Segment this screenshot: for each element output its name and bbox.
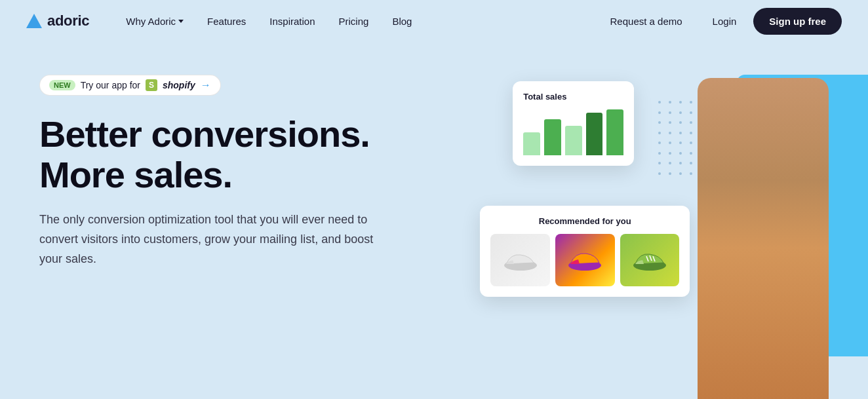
logo-text: adoric — [47, 12, 89, 29]
arrow-icon: → — [201, 79, 211, 91]
nav-features[interactable]: Features — [197, 10, 256, 32]
nav-why-adoric[interactable]: Why Adoric — [115, 10, 194, 32]
nav-links: Why Adoric Features Inspiration Pricing … — [115, 10, 597, 32]
recommended-card: Recommended for you — [480, 206, 690, 297]
request-demo-button[interactable]: Request a demo — [597, 9, 696, 33]
shoe-color-icon — [565, 247, 604, 273]
person-illustration — [671, 62, 842, 399]
chevron-down-icon — [178, 20, 184, 23]
nav-blog[interactable]: Blog — [382, 10, 422, 32]
bar-3 — [565, 126, 582, 155]
nav-pricing[interactable]: Pricing — [328, 10, 380, 32]
hero-right: (function(){ var container = document.qu… — [473, 62, 829, 399]
badge-new-label: NEW — [49, 80, 75, 90]
bar-2 — [544, 119, 561, 155]
product-item-2 — [555, 234, 615, 286]
login-button[interactable]: Login — [701, 9, 749, 33]
hero-section: NEW Try our app for S shopify → Better c… — [0, 42, 868, 399]
badge-text: Try our app for — [81, 80, 140, 90]
product-item-1 — [490, 234, 550, 286]
hero-title: Better conversions. More sales. — [39, 114, 473, 195]
person-body — [698, 78, 829, 399]
navbar: adoric Why Adoric Features Inspiration P… — [0, 0, 868, 42]
product-item-3 — [620, 234, 680, 286]
hero-left: NEW Try our app for S shopify → Better c… — [39, 62, 473, 269]
logo[interactable]: adoric — [26, 12, 89, 29]
total-sales-card: Total sales — [513, 81, 634, 166]
bar-4 — [586, 113, 603, 155]
nav-inspiration[interactable]: Inspiration — [259, 10, 325, 32]
hero-title-line2: More sales. — [39, 154, 232, 195]
bar-5 — [606, 109, 623, 155]
nav-right: Request a demo Login Sign up free — [597, 8, 842, 35]
signup-button[interactable]: Sign up free — [753, 8, 842, 35]
hero-subtitle: The only conversion optimization tool th… — [39, 210, 380, 269]
shopify-brand-name: shopify — [163, 80, 195, 90]
bar-1 — [523, 132, 540, 155]
logo-icon — [26, 14, 42, 28]
shoe-white-icon — [501, 247, 540, 273]
bar-chart — [523, 109, 623, 155]
shopify-logo-icon: S — [146, 79, 157, 91]
product-grid — [490, 234, 679, 286]
hero-title-line1: Better conversions. — [39, 113, 370, 155]
shopify-badge[interactable]: NEW Try our app for S shopify → — [39, 75, 221, 96]
shoe-green-icon — [630, 247, 669, 273]
sales-card-title: Total sales — [523, 92, 623, 102]
recommended-card-title: Recommended for you — [490, 216, 679, 226]
